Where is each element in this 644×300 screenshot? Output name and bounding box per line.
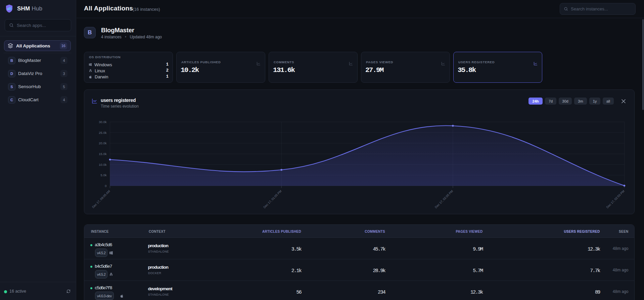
svg-text:25.0k: 25.0k <box>99 131 106 135</box>
svg-text:30.0k: 30.0k <box>99 120 106 124</box>
svg-text:10.0k: 10.0k <box>99 163 106 166</box>
svg-text:Dec 17, 02:50 PM: Dec 17, 02:50 PM <box>606 189 625 209</box>
svg-text:15.0k: 15.0k <box>99 152 106 156</box>
svg-text:0: 0 <box>105 184 106 188</box>
svg-text:Dec 17, 02:05 PM: Dec 17, 02:05 PM <box>434 189 454 209</box>
svg-text:5.0k: 5.0k <box>101 173 107 177</box>
svg-text:Dec 17, 09:05 AM: Dec 17, 09:05 AM <box>91 189 111 209</box>
svg-text:Dec 17, 01:05 PM: Dec 17, 01:05 PM <box>263 189 282 209</box>
svg-text:20.0k: 20.0k <box>99 141 106 145</box>
